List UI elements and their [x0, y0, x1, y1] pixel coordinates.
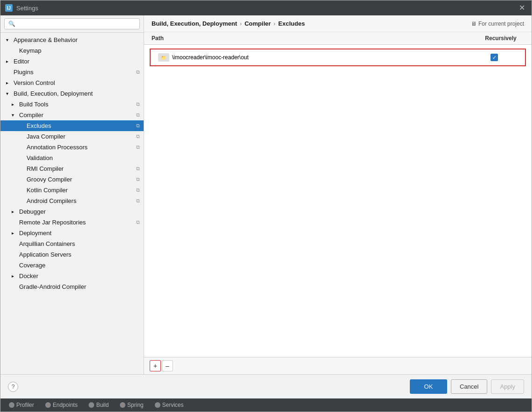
copy-icon: ⧉ — [136, 219, 140, 225]
sidebar-item[interactable]: ▾Compiler⧉ — [0, 110, 144, 120]
tab-label: Spring — [127, 402, 144, 408]
chevron-icon: ▸ — [12, 102, 17, 107]
sidebar-item[interactable]: Keymap — [0, 45, 144, 56]
sidebar-item[interactable]: Remote Jar Repositories⧉ — [0, 217, 144, 228]
breadcrumb-bar: Build, Execution, Deployment › Compiler … — [144, 15, 532, 32]
sidebar-item-label: Gradle-Android Compiler — [19, 283, 140, 290]
chevron-icon: ▸ — [12, 209, 17, 214]
footer-left: ? — [8, 382, 18, 392]
sidebar-item-label: Build Tools — [19, 101, 134, 108]
copy-icon: ⧉ — [136, 123, 140, 129]
app-icon: IJ — [5, 4, 13, 12]
breadcrumb-sep-1: › — [240, 21, 242, 27]
sidebar-item[interactable]: Android Compilers⧉ — [0, 196, 144, 206]
breadcrumb-part-2: Compiler — [244, 20, 270, 27]
tab-icon — [155, 402, 160, 408]
sidebar-item-label: Build, Execution, Deployment — [14, 90, 140, 97]
sidebar-item[interactable]: Groovy Compiler⧉ — [0, 174, 144, 185]
sidebar-item[interactable]: ▸Debugger — [0, 206, 144, 217]
sidebar-item-label: RMI Compiler — [27, 165, 134, 172]
breadcrumb: Build, Execution, Deployment › Compiler … — [152, 20, 305, 27]
copy-icon: ⧉ — [136, 166, 140, 172]
sidebar-item[interactable]: ▸Build Tools⧉ — [0, 99, 144, 110]
bottom-tab[interactable]: Endpoints — [41, 401, 82, 409]
recursively-checkbox[interactable]: ✓ — [491, 54, 498, 61]
remove-button[interactable]: – — [162, 360, 173, 371]
copy-icon: ⧉ — [136, 133, 140, 140]
for-current-project: 🖥 For current project — [471, 21, 524, 27]
sidebar-item-label: Arquillian Containers — [19, 240, 140, 247]
sidebar-item[interactable]: RMI Compiler⧉ — [0, 163, 144, 174]
sidebar-item[interactable]: ▸Docker — [0, 271, 144, 281]
sidebar-item-label: Debugger — [19, 208, 140, 215]
copy-icon: ⧉ — [136, 176, 140, 182]
sidebar-item-label: Keymap — [19, 47, 140, 54]
sidebar-item[interactable]: Application Servers — [0, 249, 144, 260]
sidebar-item-label: Coverage — [19, 262, 140, 269]
tab-label: Services — [162, 402, 184, 408]
copy-icon: ⧉ — [136, 144, 140, 150]
sidebar-item-label: Groovy Compiler — [27, 176, 134, 183]
tab-label: Endpoints — [53, 402, 77, 408]
col-recursively-header: Recursively — [477, 35, 524, 42]
sidebar-item[interactable]: Validation — [0, 153, 144, 163]
breadcrumb-part-1: Build, Execution, Deployment — [152, 20, 237, 27]
chevron-icon: ▸ — [12, 230, 17, 236]
sidebar-item-label: Kotlin Compiler — [27, 187, 134, 194]
sidebar-item[interactable]: ▸Editor — [0, 56, 144, 67]
table-toolbar: + – — [144, 357, 532, 374]
sidebar-item[interactable]: ▸Version Control — [0, 77, 144, 88]
sidebar-item[interactable]: Gradle-Android Compiler — [0, 281, 144, 292]
sidebar-item-label: Editor — [14, 58, 140, 65]
bottom-tabs-bar: ProfilerEndpointsBuildSpringServices — [0, 398, 532, 412]
chevron-icon: ▸ — [6, 59, 12, 64]
sidebar-item[interactable]: Coverage — [0, 260, 144, 271]
sidebar-item[interactable]: ▾Appearance & Behavior — [0, 35, 144, 45]
tab-icon — [120, 402, 125, 408]
help-button[interactable]: ? — [8, 382, 18, 392]
row-path: 📁 \imoocreader\imooc-reader\out — [158, 53, 471, 62]
breadcrumb-part-3: Excludes — [278, 20, 305, 27]
sidebar-item[interactable]: Excludes⧉ — [0, 120, 144, 131]
chevron-icon: ▾ — [6, 37, 12, 42]
chevron-icon: ▾ — [6, 91, 12, 96]
copy-icon: ⧉ — [136, 101, 140, 107]
bottom-tab[interactable]: Services — [150, 401, 188, 409]
add-button[interactable]: + — [150, 360, 161, 371]
chevron-icon: ▸ — [6, 80, 12, 85]
table-row[interactable]: 📁 \imoocreader\imooc-reader\out ✓ — [150, 49, 526, 66]
ok-button[interactable]: OK — [410, 379, 447, 394]
sidebar-item[interactable]: Java Compiler⧉ — [0, 131, 144, 142]
copy-icon: ⧉ — [136, 187, 140, 193]
sidebar-item[interactable]: ▸Deployment — [0, 228, 144, 238]
sidebar-item-label: Annotation Processors — [27, 144, 134, 151]
sidebar-item-label: Deployment — [19, 230, 140, 237]
sidebar-item-label: Application Servers — [19, 251, 140, 258]
sidebar-item[interactable]: Arquillian Containers — [0, 238, 144, 249]
sidebar-item[interactable]: Annotation Processors⧉ — [0, 142, 144, 153]
table-area: Path Recursively 📁 \imoocreader\imooc-re… — [144, 32, 532, 357]
bottom-tab[interactable]: Spring — [115, 401, 148, 409]
chevron-icon: ▾ — [12, 112, 17, 118]
close-button[interactable]: ✕ — [517, 4, 527, 12]
chevron-icon: ▸ — [12, 273, 17, 279]
copy-icon: ⧉ — [136, 69, 140, 75]
sidebar-item[interactable]: Plugins⧉ — [0, 67, 144, 77]
sidebar-item[interactable]: ▾Build, Execution, Deployment — [0, 88, 144, 99]
footer-buttons: OK Cancel Apply — [410, 379, 524, 394]
cancel-button[interactable]: Cancel — [451, 379, 487, 394]
right-panel: Build, Execution, Deployment › Compiler … — [144, 15, 532, 374]
sidebar-item-label: Excludes — [27, 122, 134, 129]
titlebar-title: Settings — [16, 5, 38, 12]
sidebar-item-label: Android Compilers — [27, 197, 134, 204]
sidebar-item-label: Appearance & Behavior — [14, 36, 140, 43]
breadcrumb-sep-2: › — [274, 21, 276, 27]
apply-button[interactable]: Apply — [491, 379, 524, 394]
table-header: Path Recursively — [144, 32, 532, 45]
sidebar-item[interactable]: Kotlin Compiler⧉ — [0, 185, 144, 196]
bottom-tab[interactable]: Profiler — [4, 401, 39, 409]
search-input[interactable] — [4, 18, 140, 29]
search-bar — [0, 15, 144, 33]
bottom-tab[interactable]: Build — [84, 401, 113, 409]
main-content: ▾Appearance & BehaviorKeymap▸EditorPlugi… — [0, 15, 532, 374]
